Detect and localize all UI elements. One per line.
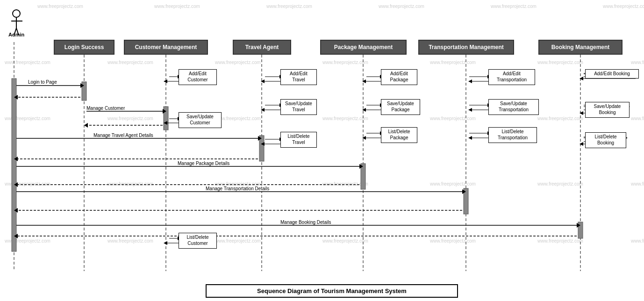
svg-marker-61 <box>261 142 265 146</box>
watermark-13: www.freeprojectz.com <box>631 60 644 65</box>
svg-rect-12 <box>464 188 468 214</box>
notebox-addedit-travel: Add/EditTravel <box>280 69 317 85</box>
watermark-25: www.freeprojectz.com <box>430 181 476 186</box>
watermark-24: www.freeprojectz.com <box>322 181 368 186</box>
watermark-9: www.freeprojectz.com <box>215 60 261 65</box>
watermark-32: www.freeprojectz.com <box>430 238 476 244</box>
watermark-4: www.freeprojectz.com <box>379 4 424 9</box>
svg-marker-81 <box>468 108 472 112</box>
diagram-title: Sequence Diagram of Tourism Management S… <box>206 284 458 298</box>
lifeline-transport: Transportation Management <box>418 40 514 55</box>
watermark-21: www.freeprojectz.com <box>5 181 50 186</box>
label-manage-transport: Manage Transportation Details <box>206 186 269 191</box>
watermark-27: www.freeprojectz.com <box>631 181 644 186</box>
watermark-33: www.freeprojectz.com <box>537 238 583 244</box>
svg-marker-103 <box>580 142 583 146</box>
watermark-22: www.freeprojectz.com <box>107 181 153 186</box>
watermark-17: www.freeprojectz.com <box>322 116 368 121</box>
notebox-listdelete-package: List/DeletePackage <box>381 127 417 143</box>
svg-marker-45 <box>164 121 167 125</box>
notebox-saveupdate-customer: Save/UpdateCustomer <box>179 112 222 128</box>
notebox-addedit-booking: Add/Edit Booking <box>585 69 639 79</box>
lifeline-package: Package Management <box>320 40 407 55</box>
svg-marker-53 <box>261 79 265 83</box>
notebox-saveupdate-booking: Save/UpdateBooking <box>585 102 630 118</box>
watermark-30: www.freeprojectz.com <box>215 238 261 244</box>
actor-label: Admin <box>8 32 24 37</box>
label-manage-travel: Manage Travel Agent Details <box>93 133 153 138</box>
watermark-20: www.freeprojectz.com <box>631 116 644 121</box>
svg-marker-25 <box>14 157 18 161</box>
svg-marker-27 <box>359 164 363 169</box>
svg-marker-33 <box>14 208 18 213</box>
notebox-listdelete-customer: List/DeleteCustomer <box>179 233 217 249</box>
notebox-saveupdate-transport: Save/UpdateTransportation <box>488 99 539 115</box>
watermark-31: www.freeprojectz.com <box>322 238 368 244</box>
watermark-26: www.freeprojectz.com <box>537 181 583 186</box>
notebox-listdelete-transport: List/DeleteTransportation <box>488 127 537 143</box>
notebox-listdelete-travel: List/DeleteTravel <box>280 132 317 148</box>
svg-marker-57 <box>261 108 265 112</box>
notebox-addedit-package: Add/EditPackage <box>381 69 417 85</box>
svg-marker-77 <box>468 79 472 83</box>
lifeline-travel: Travel Agent <box>233 40 291 55</box>
svg-marker-41 <box>164 79 167 83</box>
svg-marker-17 <box>14 95 18 100</box>
svg-rect-9 <box>164 107 168 130</box>
svg-marker-15 <box>80 83 84 88</box>
svg-marker-31 <box>462 189 466 194</box>
notebox-addedit-customer: Add/EditCustomer <box>179 69 217 85</box>
label-manage-package: Manage Package Details <box>178 161 229 166</box>
watermark-5: www.freeprojectz.com <box>491 4 537 9</box>
svg-marker-23 <box>258 136 262 141</box>
notebox-listdelete-booking: List/DeleteBooking <box>585 132 626 148</box>
watermark-7: www.freeprojectz.com <box>5 60 50 65</box>
svg-rect-8 <box>82 82 86 100</box>
svg-marker-29 <box>14 182 18 187</box>
watermark-10: www.freeprojectz.com <box>322 60 368 65</box>
watermark-18: www.freeprojectz.com <box>430 116 476 121</box>
svg-marker-21 <box>84 123 88 128</box>
notebox-saveupdate-travel: Save/UpdateTravel <box>280 99 317 115</box>
svg-marker-95 <box>580 77 583 80</box>
lifeline-booking: Booking Management <box>538 40 623 55</box>
svg-rect-10 <box>259 136 264 161</box>
watermark-29: www.freeprojectz.com <box>107 238 153 244</box>
watermark-34: www.freeprojectz.com <box>631 238 644 244</box>
watermark-15: www.freeprojectz.com <box>107 116 153 121</box>
watermark-1: www.freeprojectz.com <box>37 4 83 9</box>
svg-marker-69 <box>362 108 366 112</box>
svg-marker-19 <box>163 109 166 114</box>
svg-rect-11 <box>361 164 365 189</box>
watermark-14: www.freeprojectz.com <box>5 116 50 121</box>
watermark-19: www.freeprojectz.com <box>537 116 583 121</box>
svg-marker-73 <box>362 136 366 140</box>
watermark-2: www.freeprojectz.com <box>154 4 200 9</box>
notebox-addedit-transport: Add/EditTransportation <box>488 69 535 85</box>
label-manage-booking: Manage Booking Details <box>280 220 331 225</box>
watermark-6: www.freeprojectz.com <box>603 4 644 9</box>
actor-admin: Admin <box>8 9 24 37</box>
svg-marker-85 <box>468 136 472 140</box>
watermark-3: www.freeprojectz.com <box>266 4 312 9</box>
watermark-8: www.freeprojectz.com <box>107 60 153 65</box>
svg-marker-99 <box>580 111 583 115</box>
notebox-saveupdate-package: Save/UpdatePackage <box>381 99 420 115</box>
svg-marker-37 <box>14 234 18 238</box>
label-manage-customer: Manage Customer <box>86 106 125 111</box>
lifeline-customer: Customer Management <box>124 40 208 55</box>
label-login-to-page: Login to Page <box>28 79 57 85</box>
watermark-12: www.freeprojectz.com <box>537 60 583 65</box>
lifeline-login: Login Success <box>54 40 114 55</box>
watermark-11: www.freeprojectz.com <box>430 60 476 65</box>
watermark-28: www.freeprojectz.com <box>5 238 50 244</box>
svg-marker-49 <box>164 241 167 245</box>
svg-rect-7 <box>12 79 16 251</box>
svg-rect-13 <box>578 222 583 238</box>
watermark-16: www.freeprojectz.com <box>215 116 261 121</box>
svg-marker-35 <box>577 223 580 228</box>
svg-marker-65 <box>362 79 366 83</box>
